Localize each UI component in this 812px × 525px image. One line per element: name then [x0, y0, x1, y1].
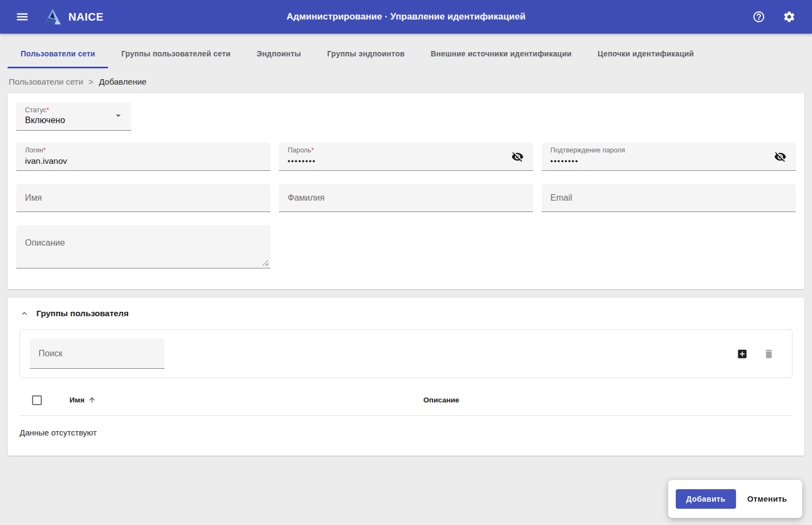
settings-gear-icon[interactable]: [781, 8, 798, 25]
password-value: ••••••••: [288, 157, 316, 165]
password-visibility-off-icon[interactable]: [509, 148, 526, 165]
menu-icon[interactable]: [13, 8, 31, 26]
groups-search-input[interactable]: Поиск: [30, 338, 164, 369]
login-value: ivan.ivanov: [25, 156, 67, 166]
user-form-card: Статус* Включено Логин* ivan.ivanov Паро…: [8, 93, 804, 289]
required-asterisk: *: [311, 146, 314, 154]
tab-identity-chains[interactable]: Цепочки идентификаций: [585, 40, 707, 68]
tab-external-identity-sources[interactable]: Внешние источники идентификации: [417, 40, 585, 68]
section-tabs: Пользователи сети Группы пользователей с…: [0, 40, 812, 68]
naice-logo-icon: [43, 8, 62, 25]
status-value: Включено: [25, 116, 65, 125]
delete-group-icon[interactable]: [763, 348, 775, 360]
tab-network-user-groups[interactable]: Группы пользователей сети: [108, 40, 243, 68]
last-name-label: Фамилия: [288, 193, 325, 203]
submit-button[interactable]: Добавить: [676, 489, 736, 509]
brand[interactable]: NAICE: [43, 8, 104, 25]
column-header-description[interactable]: Описание: [423, 396, 792, 404]
form-actions: Добавить Отменить: [668, 480, 802, 518]
select-all-checkbox[interactable]: [32, 395, 42, 405]
last-name-field[interactable]: Фамилия: [279, 184, 533, 212]
first-name-field[interactable]: Имя: [16, 184, 270, 212]
password-confirm-label: Подтверждение пароля: [550, 146, 625, 154]
app-bar: NAICE Администрирование · Управление иде…: [0, 0, 812, 34]
email-field[interactable]: Email: [542, 184, 796, 212]
column-header-name[interactable]: Имя: [54, 396, 423, 404]
breadcrumb: Пользователи сети > Добавление: [9, 77, 812, 87]
sort-ascending-arrow-icon[interactable]: [88, 396, 96, 404]
password-confirm-value: ••••••••: [550, 157, 579, 165]
description-label: Описание: [25, 238, 65, 248]
breadcrumb-current: Добавление: [99, 77, 147, 87]
password-field[interactable]: Пароль* ••••••••: [279, 143, 533, 171]
login-label: Логин: [25, 146, 43, 154]
table-empty-message: Данные отсутствуют: [20, 428, 792, 437]
groups-table-header: Имя Описание: [20, 385, 792, 416]
login-field[interactable]: Логин* ivan.ivanov: [16, 143, 270, 171]
resize-handle[interactable]: [262, 260, 268, 266]
breadcrumb-parent[interactable]: Пользователи сети: [9, 77, 83, 87]
description-field[interactable]: Описание: [16, 225, 270, 268]
password-confirm-visibility-off-icon[interactable]: [772, 148, 789, 165]
required-asterisk: *: [43, 146, 46, 154]
tab-network-users[interactable]: Пользователи сети: [8, 40, 108, 68]
cancel-button[interactable]: Отменить: [740, 489, 795, 509]
tab-endpoints[interactable]: Эндпоинты: [244, 40, 314, 68]
status-select[interactable]: Статус* Включено: [16, 103, 131, 131]
user-groups-card: Группы пользователя Поиск Имя Описание Д…: [8, 298, 804, 456]
breadcrumb-separator: >: [88, 77, 93, 87]
email-label: Email: [550, 193, 572, 203]
first-name-label: Имя: [25, 193, 42, 203]
help-icon[interactable]: [750, 8, 767, 25]
status-label: Статус: [25, 106, 47, 114]
collapse-chevron-icon[interactable]: [20, 309, 29, 318]
groups-section-title: Группы пользователя: [36, 309, 129, 318]
add-group-icon[interactable]: [737, 348, 748, 360]
password-confirm-field[interactable]: Подтверждение пароля ••••••••: [542, 143, 796, 171]
dropdown-arrow-icon[interactable]: [112, 110, 124, 124]
groups-toolbar: Поиск: [20, 329, 792, 378]
app-name: NAICE: [68, 11, 104, 23]
required-asterisk: *: [47, 106, 49, 114]
tab-endpoint-groups[interactable]: Группы эндпоинтов: [314, 40, 418, 68]
search-placeholder: Поиск: [39, 349, 62, 358]
page-title: Администрирование · Управление идентифик…: [287, 11, 525, 22]
password-label: Пароль: [288, 146, 311, 154]
